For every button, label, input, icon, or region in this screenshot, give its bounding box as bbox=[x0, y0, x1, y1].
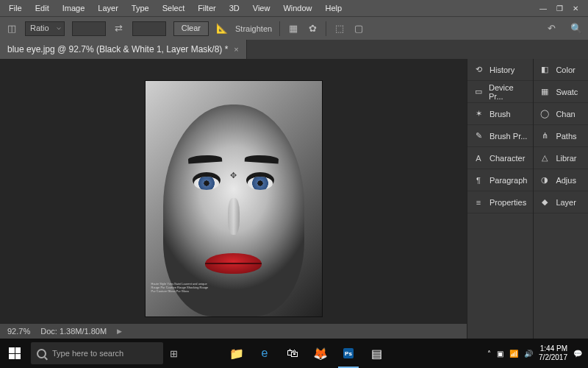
clear-button[interactable]: Clear bbox=[173, 21, 209, 36]
panel-icon: ◯ bbox=[539, 109, 550, 119]
image-content bbox=[205, 253, 262, 274]
panel-devicepr[interactable]: ▭Device Pr... bbox=[467, 81, 533, 103]
crop-height-input[interactable] bbox=[132, 21, 166, 36]
panel-label: Paragraph bbox=[490, 176, 527, 185]
panel-brush[interactable]: ✶Brush bbox=[467, 103, 533, 125]
status-flyout-icon[interactable]: ▶ bbox=[117, 328, 122, 335]
taskbar-app-folder[interactable]: 📁 bbox=[223, 339, 250, 368]
image-content bbox=[228, 198, 240, 235]
panel-chan[interactable]: ◯Chan bbox=[534, 103, 588, 125]
menu-edit[interactable]: Edit bbox=[29, 2, 55, 14]
panel-properties[interactable]: ≡Properties bbox=[467, 191, 533, 213]
options-bar: ◫ Ratio ⇄ Clear 📐 Straighten ▦ ✿ ⬚ ▢ ↶ 🔍 bbox=[0, 16, 588, 40]
image-content bbox=[248, 177, 273, 190]
tray-clock[interactable]: 1:44 PM 7/2/2017 bbox=[539, 344, 567, 362]
start-button[interactable] bbox=[0, 339, 29, 368]
document-canvas[interactable]: Haute Style Yves Saint Laurent and uniqu… bbox=[146, 81, 322, 316]
panel-layer[interactable]: ◆Layer bbox=[534, 191, 588, 213]
panel-icon: ≡ bbox=[473, 197, 484, 208]
search-icon[interactable]: 🔍 bbox=[570, 23, 582, 35]
panel-label: Swatc bbox=[556, 88, 578, 96]
taskbar-apps: 📁 e 🛍 🦊 Ps ▤ bbox=[223, 339, 390, 368]
panel-label: Adjus bbox=[556, 176, 576, 185]
minimize-icon[interactable]: ― bbox=[537, 3, 550, 13]
menu-window[interactable]: Window bbox=[277, 2, 318, 14]
tray-notifications-icon[interactable]: 💬 bbox=[573, 350, 582, 358]
crop-handle-tl[interactable] bbox=[146, 81, 151, 87]
panel-label: Properties bbox=[490, 198, 526, 207]
menu-filter[interactable]: Filter bbox=[192, 2, 221, 14]
panel-character[interactable]: ACharacter bbox=[467, 147, 533, 169]
taskbar-app-generic[interactable]: ▤ bbox=[363, 339, 390, 368]
taskbar-search[interactable]: Type here to search bbox=[31, 342, 163, 364]
menu-image[interactable]: Image bbox=[57, 2, 91, 14]
delete-cropped-icon[interactable]: ⬚ bbox=[334, 23, 345, 35]
straighten-icon[interactable]: 📐 bbox=[216, 23, 228, 35]
panel-paths[interactable]: ⋔Paths bbox=[534, 125, 588, 147]
document-tab[interactable]: blue eye.jpg @ 92.7% (Black & White 1, L… bbox=[0, 40, 247, 59]
panel-label: Layer bbox=[556, 198, 576, 207]
status-bar: 92.7% Doc: 1.38M/1.80M ▶ bbox=[0, 324, 467, 339]
clock-time: 1:44 PM bbox=[539, 344, 567, 353]
taskbar-app-edge[interactable]: e bbox=[251, 339, 278, 368]
separator bbox=[326, 21, 326, 36]
taskbar-app-photoshop[interactable]: Ps bbox=[335, 339, 362, 368]
panel-history[interactable]: ⟲History bbox=[467, 59, 533, 81]
panel-swatc[interactable]: ▦Swatc bbox=[534, 81, 588, 103]
menu-view[interactable]: View bbox=[247, 2, 276, 14]
zoom-level[interactable]: 92.7% bbox=[7, 327, 30, 336]
close-tab-icon[interactable]: × bbox=[234, 45, 238, 54]
task-view-icon[interactable]: ⊞ bbox=[168, 347, 179, 359]
settings-gear-icon[interactable]: ✿ bbox=[306, 23, 318, 35]
windows-logo-icon bbox=[9, 347, 21, 359]
panel-librar[interactable]: △Librar bbox=[534, 147, 588, 169]
tray-volume-icon[interactable]: 🔊 bbox=[524, 350, 533, 358]
menu-select[interactable]: Select bbox=[157, 2, 191, 14]
menu-type[interactable]: Type bbox=[126, 2, 155, 14]
tray-chevron-icon[interactable]: ˄ bbox=[487, 350, 491, 358]
panel-color[interactable]: ◧Color bbox=[534, 59, 588, 81]
panel-icon: ▦ bbox=[539, 87, 550, 97]
undo-icon[interactable]: ↶ bbox=[545, 23, 557, 35]
panel-column-1: ⟲History▭Device Pr...✶Brush✎Brush Pr...A… bbox=[467, 59, 533, 339]
crop-handle-bl[interactable] bbox=[146, 311, 151, 316]
menu-3d[interactable]: 3D bbox=[223, 2, 245, 14]
document-tab-bar: blue eye.jpg @ 92.7% (Black & White 1, L… bbox=[0, 40, 588, 59]
panel-label: History bbox=[490, 66, 514, 74]
panel-icon: ◆ bbox=[539, 197, 550, 208]
panel-icon: ⟲ bbox=[473, 65, 484, 75]
panel-label: Paths bbox=[556, 132, 576, 141]
content-aware-icon[interactable]: ▢ bbox=[353, 23, 365, 35]
crop-handle-tr[interactable] bbox=[316, 81, 322, 87]
crop-handle-br[interactable] bbox=[316, 311, 322, 316]
menu-layer[interactable]: Layer bbox=[92, 2, 124, 14]
taskbar-app-firefox[interactable]: 🦊 bbox=[307, 339, 334, 368]
tray-battery-icon[interactable]: ▣ bbox=[497, 350, 503, 358]
panel-icon: A bbox=[473, 153, 484, 163]
panel-paragraph[interactable]: ¶Paragraph bbox=[467, 169, 533, 191]
panel-brushpr[interactable]: ✎Brush Pr... bbox=[467, 125, 533, 147]
crop-width-input[interactable] bbox=[72, 21, 106, 36]
crop-tool-icon[interactable]: ◫ bbox=[6, 23, 18, 35]
panel-adjus[interactable]: ◑Adjus bbox=[534, 169, 588, 191]
panel-label: Color bbox=[556, 66, 575, 74]
canvas-area[interactable]: Haute Style Yves Saint Laurent and uniqu… bbox=[0, 59, 467, 339]
search-placeholder: Type here to search bbox=[52, 349, 123, 358]
panel-icon: ¶ bbox=[473, 175, 484, 185]
panel-label: Brush bbox=[490, 110, 511, 118]
restore-icon[interactable]: ❐ bbox=[553, 3, 566, 13]
panel-icon: △ bbox=[539, 153, 550, 163]
clock-date: 7/2/2017 bbox=[539, 353, 567, 362]
panel-icon: ✎ bbox=[473, 131, 484, 141]
menu-file[interactable]: File bbox=[3, 2, 28, 14]
image-content bbox=[194, 177, 219, 190]
menu-help[interactable]: Help bbox=[320, 2, 348, 14]
close-icon[interactable]: ✕ bbox=[569, 3, 582, 13]
taskbar-app-store[interactable]: 🛍 bbox=[279, 339, 306, 368]
windows-taskbar: Type here to search ⊞ 📁 e 🛍 🦊 Ps ▤ ˄ ▣ 📶… bbox=[0, 339, 588, 368]
grid-overlay-icon[interactable]: ▦ bbox=[287, 23, 299, 35]
panel-label: Character bbox=[490, 154, 525, 163]
swap-icon[interactable]: ⇄ bbox=[113, 23, 125, 35]
tray-wifi-icon[interactable]: 📶 bbox=[509, 350, 518, 358]
ratio-dropdown[interactable]: Ratio bbox=[25, 21, 65, 36]
